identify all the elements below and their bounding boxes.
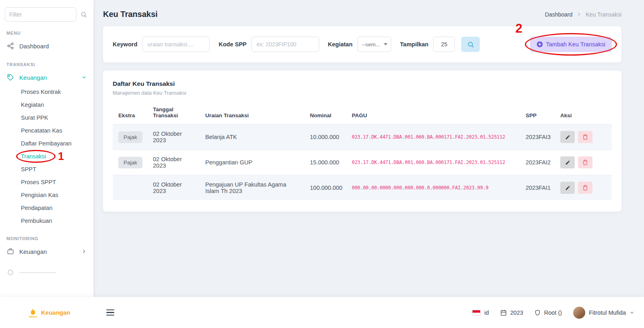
pencil-icon <box>565 135 570 140</box>
cell-aksi <box>555 150 612 175</box>
sidebar-filter <box>5 7 87 22</box>
breadcrumb-dashboard-link[interactable]: Dashboard <box>545 11 573 18</box>
chevron-right-icon <box>576 12 582 17</box>
transaction-list-card: Daftar Keu Transaksi Manajemen data Keu … <box>103 71 621 212</box>
sidebar-item-monitoring-keuangan[interactable]: Keuangan <box>0 244 93 259</box>
col-header-nominal: Nominal <box>305 102 347 125</box>
page-title: Keu Transaksi <box>103 10 158 19</box>
keyword-input[interactable] <box>142 37 210 52</box>
hamburger-menu-icon[interactable] <box>106 309 114 316</box>
sidebar-item-pengisian-kas[interactable]: Pengisian Kas <box>0 189 93 201</box>
table-header-row: Ekstra Tanggal Transaksi Uraian Transaks… <box>113 102 612 125</box>
delete-button[interactable] <box>578 131 592 143</box>
sidebar-item-daftar-pembayaran[interactable]: Daftar Pembayaran <box>0 137 93 150</box>
cell-tanggal: 02 Oktober 2023 <box>148 175 200 201</box>
content-header: Keu Transaksi Dashboard Keu Transaksi <box>93 0 644 26</box>
brand-name: Keuangan <box>41 309 70 316</box>
shield-icon <box>535 309 541 316</box>
trash-icon <box>582 185 588 191</box>
calendar-icon <box>500 309 507 316</box>
cell-ekstra: Pajak <box>113 125 148 150</box>
kegiatan-select-value: --sem... <box>362 42 380 48</box>
cell-nominal: 10.000.000 <box>305 125 347 150</box>
edit-button[interactable] <box>560 131 575 143</box>
sidebar-item-label: Keuangan <box>19 248 47 255</box>
col-header-ekstra: Ekstra <box>113 102 148 125</box>
sidebar-item-kegiatan[interactable]: Kegiatan <box>0 98 93 111</box>
kegiatan-select[interactable]: --sem... <box>357 37 391 52</box>
sidebar-item-transaksi[interactable]: Transaksi 1 <box>0 150 93 163</box>
cell-uraian: Penggantian GUP <box>200 150 305 175</box>
card-subtitle: Manajemen data Keu Transaksi <box>113 90 612 96</box>
transactions-table: Ekstra Tanggal Transaksi Uraian Transaks… <box>113 102 612 200</box>
search-icon <box>467 41 474 48</box>
table-row: Pajak 02 Oktober 2023 Penggantian GUP 15… <box>113 150 612 175</box>
sidebar-item-keuangan[interactable]: Keuangan <box>0 70 93 85</box>
card-title: Daftar Keu Transaksi <box>113 80 612 87</box>
sidebar-item-dashboard[interactable]: Dashboard <box>0 39 93 53</box>
pencil-icon <box>565 160 570 165</box>
tag-icon <box>6 73 14 81</box>
col-header-tanggal: Tanggal Transaksi <box>148 102 200 125</box>
sidebar-item-pendapatan[interactable]: Pendapatan <box>0 201 93 214</box>
edit-button[interactable] <box>560 156 575 168</box>
table-row: 02 Oktober 2023 Pengajuan UP Fakultas Ag… <box>113 175 612 201</box>
sidebar-item-clipped[interactable] <box>0 265 93 280</box>
search-icon[interactable] <box>80 11 87 18</box>
search-button[interactable] <box>461 37 480 52</box>
delete-button[interactable] <box>578 156 592 168</box>
sidebar-item-label: Dashboard <box>19 43 49 50</box>
umsida-flame-logo-icon: UMSIDA <box>28 307 38 318</box>
role-indicator[interactable]: Root () <box>535 309 562 316</box>
pajak-badge: Pajak <box>118 157 142 168</box>
sidebar-item-sppt[interactable]: SPPT <box>0 163 93 176</box>
cell-pagu: 000.00.00.0000.000.000.000.0.000000.FAI.… <box>347 175 521 201</box>
sidebar-item-pembukuan[interactable]: Pembukuan <box>0 214 93 227</box>
pencil-icon <box>565 185 570 191</box>
chevron-right-icon <box>81 249 87 254</box>
language-switcher[interactable]: id <box>472 309 489 316</box>
col-header-aksi: Aksi <box>555 102 612 125</box>
sidebar-item-surat-ppk[interactable]: Surat PPK <box>0 111 93 124</box>
briefcase-icon <box>6 247 14 255</box>
sidebar-section-transaksi: TRANSAKSI <box>6 62 87 67</box>
app-brand[interactable]: UMSIDA Keuangan <box>28 307 96 318</box>
logo-text: UMSIDA <box>29 316 37 318</box>
sidebar: MENU Dashboard TRANSAKSI Keuangan Proses… <box>0 0 93 297</box>
tampilkan-label: Tampilkan <box>400 41 429 48</box>
user-menu[interactable]: Fitrotul Mufida <box>573 307 634 319</box>
share-nodes-icon <box>6 42 14 50</box>
bottom-navbar: UMSIDA Keuangan id 2023 Root () Fitrotul… <box>0 297 644 328</box>
kode-spp-input[interactable] <box>252 37 319 52</box>
content-area: Keu Transaksi Dashboard Keu Transaksi Ke… <box>93 0 644 297</box>
kegiatan-label: Kegiatan <box>328 41 353 48</box>
indonesia-flag-icon <box>472 310 481 316</box>
cell-aksi <box>555 175 612 201</box>
year-label: 2023 <box>510 309 523 316</box>
delete-button[interactable] <box>578 182 592 194</box>
filter-toolbar: Keyword Kode SPP Kegiatan --sem... Tampi… <box>103 26 621 62</box>
sidebar-section-menu: MENU <box>6 31 87 35</box>
cell-aksi <box>555 125 612 150</box>
navbar-right: id 2023 Root () Fitrotul Mufida <box>472 307 634 319</box>
trash-icon <box>582 160 588 165</box>
tampilkan-input[interactable] <box>433 37 455 52</box>
language-label: id <box>484 309 489 316</box>
sidebar-filter-input[interactable] <box>5 7 76 22</box>
user-name: Fitrotul Mufida <box>589 309 626 316</box>
kode-spp-label: Kode SPP <box>219 41 246 48</box>
cell-spp: 2023FAI2 <box>521 150 555 175</box>
year-selector[interactable]: 2023 <box>500 309 523 316</box>
breadcrumb-current: Keu Transaksi <box>586 11 621 18</box>
sidebar-item-pencatatan-kas[interactable]: Pencatatan Kas <box>0 124 93 137</box>
col-header-uraian: Uraian Transaksi <box>200 102 305 125</box>
cell-spp: 2023FAI3 <box>521 125 555 150</box>
app-root: MENU Dashboard TRANSAKSI Keuangan Proses… <box>0 0 644 328</box>
avatar <box>573 307 585 319</box>
edit-button[interactable] <box>560 182 575 194</box>
sidebar-submenu: Proses Kontrak Kegiatan Surat PPK Pencat… <box>0 85 93 227</box>
cell-spp: 2023FAI1 <box>521 175 555 201</box>
add-keu-transaksi-button[interactable]: Tambah Keu Transaksi 2 <box>530 37 612 52</box>
sidebar-item-proses-sppt[interactable]: Proses SPPT <box>0 176 93 189</box>
sidebar-item-proses-kontrak[interactable]: Proses Kontrak <box>0 85 93 98</box>
